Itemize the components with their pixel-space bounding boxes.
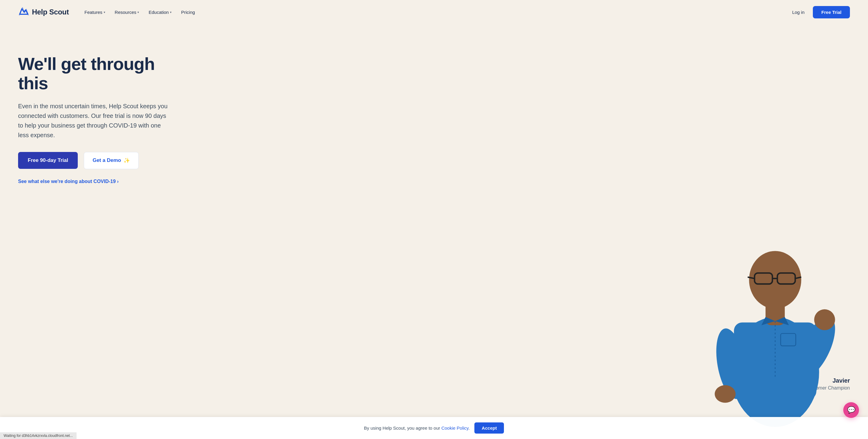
hero-buttons: Free 90-day Trial Get a Demo ✨: [18, 152, 187, 169]
hero-image-area: Javier Customer Champion: [391, 24, 868, 427]
nav-education[interactable]: Education ▾: [145, 7, 175, 17]
hero-content: We'll get through this Even in the most …: [18, 42, 187, 184]
chat-icon: 💬: [847, 406, 855, 414]
logo-icon: [18, 7, 29, 18]
logo-link[interactable]: Help Scout: [18, 7, 69, 18]
cookie-banner: By using Help Scout, you agree to our Co…: [0, 417, 868, 439]
login-link[interactable]: Log in: [787, 7, 809, 17]
cookie-text: By using Help Scout, you agree to our Co…: [364, 426, 470, 431]
cookie-accept-button[interactable]: Accept: [474, 422, 504, 434]
features-chevron-icon: ▾: [104, 10, 105, 14]
cookie-policy-link[interactable]: Cookie Policy: [441, 426, 468, 431]
free-trial-button[interactable]: Free 90-day Trial: [18, 152, 78, 169]
hero-title: We'll get through this: [18, 54, 187, 93]
nav-features[interactable]: Features ▾: [81, 7, 108, 17]
hero-section: We'll get through this Even in the most …: [0, 24, 868, 427]
svg-point-5: [715, 385, 735, 403]
status-bar: Waiting for d3hb14vkzrxvla.cloudfront.ne…: [0, 432, 76, 439]
nav-resources[interactable]: Resources ▾: [111, 7, 143, 17]
education-chevron-icon: ▾: [170, 10, 172, 14]
sparkle-icon: ✨: [124, 157, 130, 164]
nav-links: Features ▾ Resources ▾ Education ▾ Prici…: [81, 7, 198, 17]
hero-subtitle: Even in the most uncertain times, Help S…: [18, 101, 169, 140]
chat-bubble-button[interactable]: 💬: [843, 402, 859, 418]
nav-pricing[interactable]: Pricing: [178, 7, 198, 17]
person-illustration: [707, 240, 844, 427]
navigation: Help Scout Features ▾ Resources ▾ Educat…: [0, 0, 868, 24]
svg-point-4: [814, 309, 835, 330]
resources-chevron-icon: ▾: [137, 10, 139, 14]
covid-link[interactable]: See what else we're doing about COVID-19…: [18, 179, 187, 184]
nav-free-trial-button[interactable]: Free Trial: [813, 6, 850, 19]
logo-text: Help Scout: [32, 8, 69, 16]
svg-point-7: [749, 251, 801, 309]
get-demo-button[interactable]: Get a Demo ✨: [84, 152, 138, 169]
